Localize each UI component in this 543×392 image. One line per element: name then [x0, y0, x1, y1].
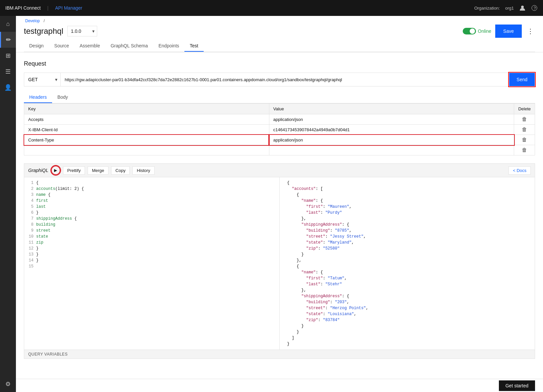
code-line: 5 last	[27, 204, 277, 210]
save-button[interactable]: Save	[495, 25, 522, 38]
tab-assemble[interactable]: Assemble	[74, 40, 105, 52]
docs-button[interactable]: < Docs	[509, 166, 531, 175]
result-line: }	[282, 252, 532, 257]
header-delete-cell: 🗑	[514, 135, 535, 145]
develop-header: Develop / testgraphql 1.0.0	[16, 16, 543, 52]
toggle-switch[interactable]	[463, 28, 476, 34]
line-content: name {	[36, 192, 50, 198]
history-button[interactable]: History	[132, 166, 154, 175]
tab-source[interactable]: Source	[49, 40, 74, 52]
table-row: 🗑	[24, 114, 535, 125]
header-value-cell	[269, 145, 514, 155]
result-line: "building": "8785",	[282, 228, 532, 234]
sidebar-item-list[interactable]: ☰	[0, 64, 16, 80]
line-number: 8	[27, 222, 34, 228]
line-number: 6	[27, 210, 34, 216]
tab-endpoints[interactable]: Endpoints	[153, 40, 184, 52]
result-line: "shippingAddress": {	[282, 293, 532, 299]
table-row: 🗑	[24, 125, 535, 135]
home-icon: ⌂	[6, 21, 10, 28]
code-line: 7 shippingAddress {	[27, 216, 277, 222]
sub-tab-body[interactable]: Body	[52, 92, 73, 103]
delete-row-button[interactable]: 🗑	[522, 137, 527, 142]
prettify-button[interactable]: Prettify	[63, 166, 85, 175]
method-wrapper: GET POST PUT DELETE	[24, 73, 61, 86]
header-key-input[interactable]	[28, 127, 265, 132]
sub-tab-headers[interactable]: Headers	[24, 92, 52, 103]
code-default: }	[36, 252, 38, 257]
edit-icon: ✏	[6, 36, 11, 43]
code-field: first	[36, 198, 48, 203]
settings-icon: ⚙	[5, 380, 11, 388]
result-line: "street": "Herzog Points",	[282, 305, 532, 311]
delete-row-button[interactable]: 🗑	[522, 127, 527, 132]
delete-row-button[interactable]: 🗑	[522, 147, 527, 153]
tab-graphql-schema[interactable]: GraphQL Schema	[105, 40, 153, 52]
copy-button[interactable]: Copy	[111, 166, 130, 175]
line-number: 4	[27, 198, 34, 204]
result-line: {	[282, 180, 532, 186]
code-line: 12 }	[27, 246, 277, 252]
get-started-button[interactable]: Get started	[499, 380, 535, 391]
delete-row-button[interactable]: 🗑	[522, 116, 527, 122]
api-title-left: testgraphql 1.0.0	[24, 26, 97, 36]
code-line: 8 building	[27, 222, 277, 228]
result-pane: { "accounts": [ { "name": { "first": "Ma…	[280, 177, 535, 350]
send-button[interactable]: Send	[509, 73, 535, 86]
result-line: {	[282, 263, 532, 269]
org-label: Organization:	[474, 6, 500, 11]
header-value-input[interactable]	[273, 127, 510, 132]
line-content: }	[36, 246, 38, 252]
grid-icon: ⊞	[6, 52, 11, 59]
line-number: 5	[27, 204, 34, 210]
sidebar-item-grid[interactable]: ⊞	[0, 48, 16, 64]
code-default: }	[36, 246, 38, 251]
table-row: 🗑	[24, 135, 535, 145]
query-vars-bar[interactable]: QUERY VARIABLES	[24, 350, 535, 359]
line-content: }	[36, 210, 38, 216]
header-key-input[interactable]	[28, 138, 265, 142]
result-line: "state": "Maryland",	[282, 240, 532, 246]
version-wrapper: 1.0.0	[67, 26, 97, 36]
sidebar-item-user[interactable]: 👤	[0, 80, 16, 95]
result-line: "shippingAddress": {	[282, 222, 532, 228]
code-field: state	[36, 234, 48, 239]
tab-design[interactable]: Design	[24, 40, 49, 52]
header-key-input[interactable]	[28, 148, 265, 153]
tab-test[interactable]: Test	[184, 40, 204, 52]
user-icon[interactable]	[519, 5, 526, 11]
request-section-title: Request	[24, 60, 535, 67]
more-button[interactable]: ⋮	[526, 26, 535, 36]
result-line: "street": "Jessy Street",	[282, 234, 532, 240]
breadcrumb: Develop /	[24, 19, 535, 23]
play-button[interactable]: ▶	[51, 166, 60, 175]
breadcrumb-develop[interactable]: Develop	[25, 19, 40, 23]
header-value-input[interactable]	[273, 138, 510, 142]
header-value-input[interactable]	[273, 117, 510, 122]
result-line: }	[282, 329, 532, 335]
app-layout: ⌂ ✏ ⊞ ☰ 👤 ⚙ Develop /	[0, 16, 543, 392]
merge-button[interactable]: Merge	[88, 166, 108, 175]
code-line: 1{	[27, 180, 277, 186]
url-input[interactable]	[61, 73, 509, 86]
version-select[interactable]: 1.0.0	[67, 26, 97, 36]
query-pane[interactable]: 1{2 accounts(limit: 2) {3 name {4 first5…	[24, 177, 280, 350]
code-field: street	[36, 228, 50, 233]
svg-point-0	[521, 6, 524, 8]
online-toggle[interactable]: Online	[463, 28, 491, 34]
header-key-cell	[24, 114, 269, 125]
topbar-left: IBM API Connect | API Manager	[5, 5, 82, 11]
header-value-cell	[269, 114, 514, 125]
sidebar-item-home[interactable]: ⌂	[0, 16, 16, 32]
line-content: {	[36, 180, 38, 186]
method-select[interactable]: GET POST PUT DELETE	[24, 73, 61, 86]
line-number: 15	[27, 263, 34, 269]
sidebar-item-edit[interactable]: ✏	[0, 32, 16, 48]
code-field: accounts	[36, 187, 55, 191]
sidebar-item-settings[interactable]: ⚙	[0, 376, 16, 392]
help-icon[interactable]: ?	[531, 5, 538, 11]
result-line: }	[282, 323, 532, 329]
header-key-input[interactable]	[28, 117, 265, 122]
header-value-input[interactable]	[273, 148, 510, 153]
code-field: name	[36, 193, 46, 197]
